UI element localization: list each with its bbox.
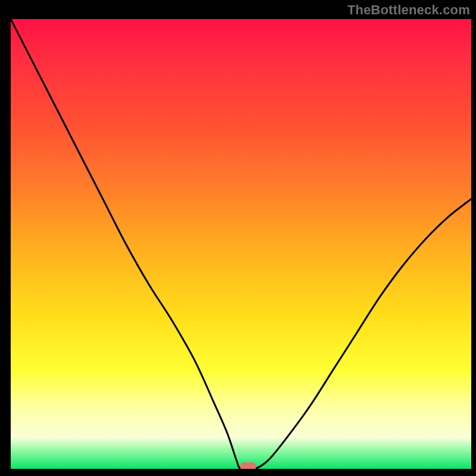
optimum-marker (240, 462, 256, 469)
watermark-label: TheBottleneck.com (347, 2, 470, 18)
chart-frame: TheBottleneck.com (0, 0, 476, 476)
bottleneck-curve (11, 19, 471, 469)
curve-path (11, 19, 471, 469)
plot-area (11, 19, 471, 469)
